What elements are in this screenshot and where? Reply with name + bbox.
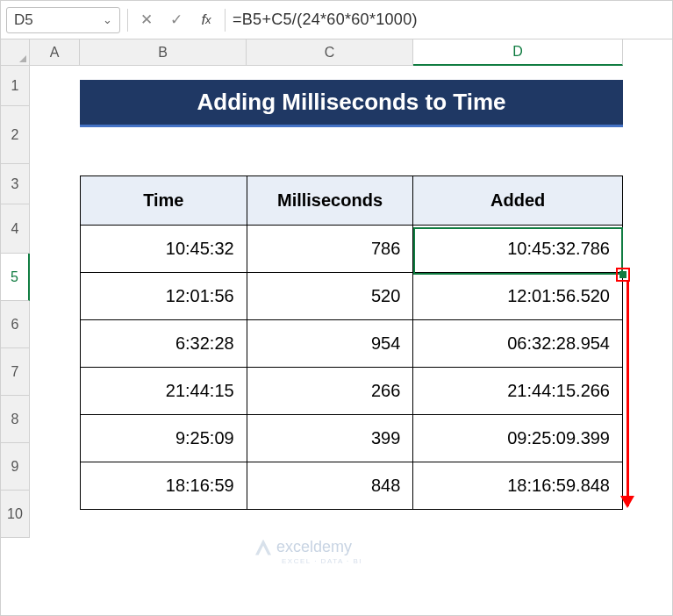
- row-header-10[interactable]: 10: [1, 491, 30, 538]
- cell-ms[interactable]: 520: [247, 273, 413, 320]
- header-time[interactable]: Time: [81, 176, 247, 226]
- watermark-text: exceldemy: [276, 538, 352, 556]
- watermark-logo-icon: [255, 540, 271, 555]
- table-row: 10:45:32 786 10:45:32.786: [81, 226, 623, 273]
- table-row: 9:25:09 399 09:25:09.399: [81, 415, 623, 462]
- cell-time[interactable]: 12:01:56: [81, 273, 247, 320]
- row-header-6[interactable]: 6: [1, 301, 30, 348]
- table-row: 12:01:56 520 12:01:56.520: [81, 273, 623, 320]
- fx-icon[interactable]: fx: [195, 9, 218, 32]
- row-header-2[interactable]: 2: [1, 106, 30, 164]
- drag-arrow: [626, 282, 629, 506]
- cell-time[interactable]: 18:16:59: [81, 462, 247, 510]
- row-header-7[interactable]: 7: [1, 348, 30, 396]
- name-box[interactable]: D5 ⌄: [6, 7, 120, 33]
- cell-ms[interactable]: 954: [247, 320, 413, 368]
- cell-added[interactable]: 12:01:56.520: [413, 273, 623, 320]
- cancel-icon[interactable]: ✕: [135, 9, 158, 32]
- watermark: exceldemy: [255, 538, 352, 556]
- divider: [225, 9, 226, 32]
- select-all-corner[interactable]: [1, 39, 30, 66]
- row-header-4[interactable]: 4: [1, 204, 30, 254]
- grid-area[interactable]: A B C D Adding Milliseconds to Time Time…: [30, 39, 672, 538]
- header-ms[interactable]: Milliseconds: [247, 176, 413, 226]
- cell-time[interactable]: 6:32:28: [81, 320, 247, 368]
- watermark-subtext: EXCEL · DATA · BI: [282, 557, 362, 565]
- cell-added[interactable]: 21:44:15.266: [413, 368, 623, 415]
- spreadsheet: 1 2 3 4 5 6 7 8 9 10 A B C D Adding Mill…: [1, 39, 672, 538]
- row-header-3[interactable]: 3: [1, 164, 30, 204]
- cell-ms[interactable]: 786: [247, 226, 413, 273]
- table-header-row: Time Milliseconds Added: [81, 176, 623, 226]
- cell-added[interactable]: 06:32:28.954: [413, 320, 623, 368]
- cell-time[interactable]: 9:25:09: [81, 415, 247, 462]
- cell-added[interactable]: 09:25:09.399: [413, 415, 623, 462]
- row-header-9[interactable]: 9: [1, 443, 30, 491]
- table-row: 18:16:59 848 18:16:59.848: [81, 462, 623, 510]
- content-area: Adding Milliseconds to Time Time Millise…: [80, 39, 623, 510]
- cell-ms[interactable]: 848: [247, 462, 413, 510]
- divider: [127, 9, 128, 32]
- formula-input[interactable]: =B5+C5/(24*60*60*1000): [233, 11, 418, 29]
- cell-reference: D5: [14, 11, 33, 29]
- table-row: 6:32:28 954 06:32:28.954: [81, 320, 623, 368]
- chevron-down-icon[interactable]: ⌄: [103, 13, 112, 26]
- row-header-5[interactable]: 5: [1, 254, 30, 301]
- cell-ms[interactable]: 399: [247, 415, 413, 462]
- cell-time[interactable]: 10:45:32: [81, 226, 247, 273]
- data-table: Time Milliseconds Added 10:45:32 786 10:…: [80, 175, 623, 510]
- cell-added[interactable]: 18:16:59.848: [413, 462, 623, 510]
- header-added[interactable]: Added: [413, 176, 623, 226]
- formula-bar: D5 ⌄ ✕ ✓ fx =B5+C5/(24*60*60*1000): [1, 1, 672, 39]
- cell-ms[interactable]: 266: [247, 368, 413, 415]
- table-row: 21:44:15 266 21:44:15.266: [81, 368, 623, 415]
- row-header-8[interactable]: 8: [1, 396, 30, 443]
- cell-added[interactable]: 10:45:32.786: [413, 226, 623, 273]
- cell-time[interactable]: 21:44:15: [81, 368, 247, 415]
- row-header-1[interactable]: 1: [1, 66, 30, 106]
- fill-handle-highlight: [616, 268, 630, 282]
- enter-icon[interactable]: ✓: [165, 9, 188, 32]
- title-banner: Adding Milliseconds to Time: [80, 80, 623, 127]
- col-header-A[interactable]: A: [30, 39, 80, 66]
